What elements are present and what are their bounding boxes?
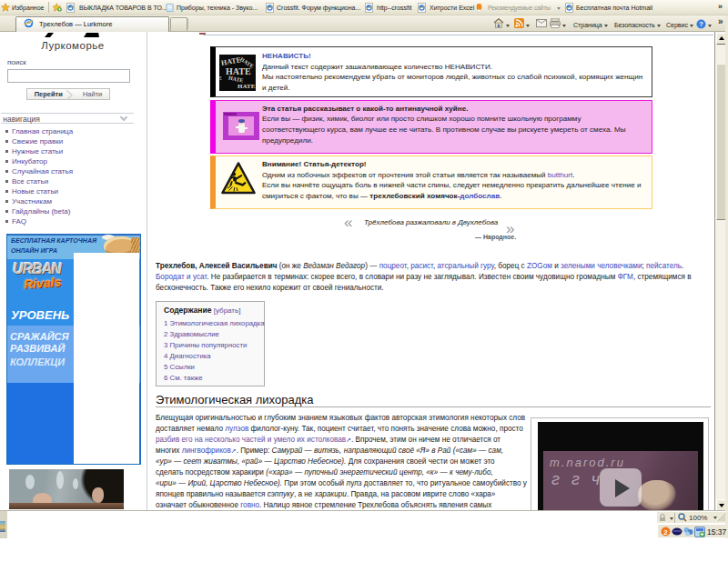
- svg-text:2: 2: [663, 528, 668, 537]
- svg-text:?: ?: [699, 20, 703, 28]
